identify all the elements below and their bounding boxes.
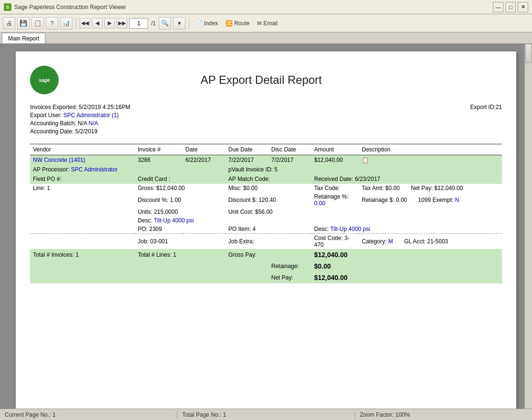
tab-main-report-label: Main Report [8, 35, 39, 42]
col-vendor: Vendor [30, 144, 135, 155]
report-title: AP Export Detail Report [59, 73, 464, 87]
report-meta: Invoices Exported: 5/2/2019 4:25:16PM Ex… [30, 104, 502, 136]
zoom-factor-label: Zoom Factor: 100% [360, 411, 410, 418]
status-zoom: Zoom Factor: 100% [360, 411, 527, 418]
sage-logo: sage [30, 66, 59, 94]
total-page-label: Total Page No.: 1 [182, 411, 226, 418]
disc-date: 7/2/2017 [268, 155, 311, 165]
page-total: /1 [151, 20, 156, 27]
status-divider-2 [355, 411, 355, 419]
report-table: Vendor Invoice # Date Due Date Disc Date… [30, 144, 502, 283]
route-label: Route [234, 20, 249, 27]
accounting-batch: Accounting Batch: N/A N/A [30, 120, 130, 127]
report-button[interactable]: 📊 [60, 17, 72, 30]
logo-section: sage [30, 66, 59, 94]
vendor-name: NW Concrete (1401) [30, 155, 135, 165]
col-description: Description [359, 144, 502, 155]
export-user-link: SPC Administrator (1) [63, 112, 119, 119]
search-button[interactable]: 🔍 [159, 17, 171, 30]
invoice-number: 3286 [135, 155, 183, 165]
col-due-date: Due Date [225, 144, 268, 155]
description: 📋 [359, 155, 502, 165]
tab-main-report[interactable]: Main Report [2, 33, 45, 43]
invoice-date: 6/22/2017 [183, 155, 225, 165]
line-number: Line: 1 [33, 185, 132, 191]
amount: $12,040.00 [311, 155, 359, 165]
save-button[interactable]: 💾 [17, 17, 30, 30]
email-button[interactable]: ✉ Email [254, 18, 280, 29]
col-date: Date [183, 144, 225, 155]
maximize-button[interactable]: □ [505, 2, 516, 12]
index-button[interactable]: 📄 Index [193, 18, 221, 29]
email-label: Email [263, 20, 277, 27]
scrollbar-thumb[interactable] [525, 44, 532, 63]
help-button[interactable]: ? [46, 17, 58, 30]
meta-row-1: Invoices Exported: 5/2/2019 4:25:16PM Ex… [30, 104, 502, 136]
content-area: sage AP Export Detail Report Invoices Ex… [0, 44, 532, 409]
page-number-input[interactable]: 1 [129, 18, 148, 29]
table-header-row: Vendor Invoice # Date Due Date Disc Date… [30, 144, 502, 155]
report-header: sage AP Export Detail Report [30, 66, 502, 94]
index-label: Index [204, 20, 218, 27]
last-page-button[interactable]: ▶▶ [117, 18, 127, 29]
accounting-date: Accounting Date: 5/2/2019 [30, 128, 130, 135]
status-divider-1 [177, 411, 177, 419]
copy-button[interactable]: 📋 [31, 17, 44, 30]
email-icon: ✉ [257, 20, 262, 27]
prev-page-button[interactable]: ◀ [92, 18, 102, 29]
app-icon: S [4, 3, 11, 11]
line-detail-row-1: Line: 1 Gross: $12,040.00 Misc: $0.00 Ta… [30, 184, 502, 192]
ap-processor-row: AP Processor: SPC Administrator pVault I… [30, 165, 502, 174]
meta-left: Invoices Exported: 5/2/2019 4:25:16PM Ex… [30, 104, 130, 136]
minimize-button[interactable]: — [493, 2, 503, 12]
toolbar: 🖨 💾 📋 ? 📊 ◀◀ ◀ ▶ ▶▶ 1 /1 🔍 ▾ 📄 Index 🔀 R… [0, 14, 532, 32]
next-page-button[interactable]: ▶ [104, 18, 115, 29]
line-detail-row-4: Desc: Tilt-Up 4000 psi [30, 216, 502, 225]
report-page: sage AP Export Detail Report Invoices Ex… [16, 51, 516, 409]
meta-right: Export ID:21 [470, 104, 502, 136]
first-page-button[interactable]: ◀◀ [80, 18, 90, 29]
close-button[interactable]: ✕ [518, 2, 528, 12]
current-page-label: Current Page No.: 1 [5, 411, 56, 418]
export-id: Export ID:21 [470, 104, 502, 110]
tab-bar: Main Report [0, 32, 532, 44]
col-disc-date: Disc Date [268, 144, 311, 155]
status-bar: Current Page No.: 1 Total Page No.: 1 Zo… [0, 409, 532, 420]
line-detail-row-6: Job: 03-001 Job Extra: Cost Code: 3-470 … [30, 234, 502, 250]
separator-2 [189, 18, 189, 29]
col-amount: Amount [311, 144, 359, 155]
invoices-exported: Invoices Exported: 5/2/2019 4:25:16PM [30, 104, 130, 110]
totals-row-1: Total # Invoices: 1 Total # Lines: 1 Gro… [30, 249, 502, 260]
col-invoice: Invoice # [135, 144, 183, 155]
print-button[interactable]: 🖨 [3, 17, 15, 30]
zoom-button[interactable]: ▾ [173, 17, 185, 30]
status-total-page: Total Page No.: 1 [182, 411, 349, 418]
window-title: Sage Paperless Construction Report Viewe… [14, 4, 126, 10]
title-bar: S Sage Paperless Construction Report Vie… [0, 0, 532, 14]
totals-row-2: Retainage: $0.00 [30, 260, 502, 272]
status-current-page: Current Page No.: 1 [5, 411, 172, 418]
separator-1 [76, 18, 76, 29]
vendor-row: NW Concrete (1401) 3286 6/22/2017 7/22/2… [30, 155, 502, 165]
due-date: 7/22/2017 [225, 155, 268, 165]
totals-row-3: Net Pay: $12,040.00 [30, 272, 502, 283]
field-po-row: Field PO #: Credit Card : AP Match Code:… [30, 174, 502, 184]
export-user: Export User: SPC Administrator (1) [30, 112, 130, 119]
route-icon: 🔀 [225, 20, 233, 27]
route-button[interactable]: 🔀 Route [223, 18, 252, 29]
line-detail-row-5: PO: 2309 PO Item: 4 Desc: Tilt-Up 4000 p… [30, 225, 502, 234]
window-controls[interactable]: — □ ✕ [493, 2, 528, 12]
scrollbar-track[interactable] [524, 44, 532, 409]
index-icon: 📄 [195, 20, 203, 27]
line-detail-row-3: Units: 215.0000 Unit Cost: $56.00 [30, 208, 502, 216]
line-detail-row-2: Discount %: 1.00 Discount $: 120.40 Reta… [30, 192, 502, 208]
